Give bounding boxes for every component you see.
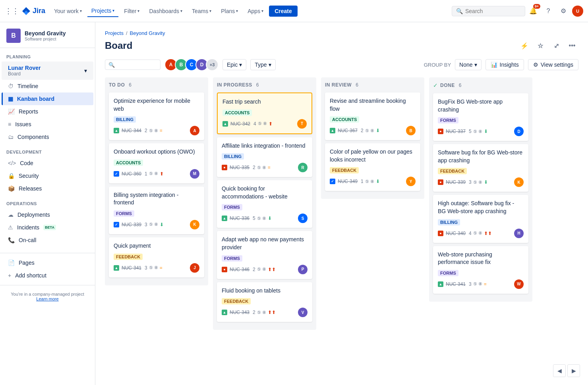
sidebar-item-issues[interactable]: ≡ Issues <box>2 118 93 131</box>
column-title: DONE <box>440 83 455 88</box>
more-options-button[interactable]: ••• <box>566 39 578 52</box>
board-card[interactable]: High outage: Software bug fix - BG Web-s… <box>433 195 528 243</box>
board-card[interactable]: Optimize experience for mobile webBILLIN… <box>109 92 204 140</box>
reports-icon: 📈 <box>8 108 15 115</box>
nav-apps[interactable]: Apps ▾ <box>244 6 267 17</box>
card-assignee-avatar[interactable]: J <box>190 263 199 273</box>
sidebar-item-oncall[interactable]: 📞 On-call <box>2 234 93 246</box>
type-filter-button[interactable]: Type ▾ <box>250 59 275 70</box>
star-button[interactable]: ☆ <box>534 39 547 52</box>
card-assignee-avatar[interactable]: K <box>514 177 524 187</box>
card-title: Onboard workout options (OWO) <box>114 148 199 156</box>
story-points-icon: ⑤ ⑧ <box>257 165 266 170</box>
card-assignee-avatar[interactable]: B <box>406 126 416 135</box>
sidebar-item-security[interactable]: 🔒 Security <box>2 169 93 182</box>
board-card[interactable]: Fluid booking on tabletsFEEDBACK▲NUC-343… <box>217 282 312 322</box>
column-count: 6 <box>256 82 259 88</box>
search-input[interactable] <box>465 8 521 14</box>
nav-teams[interactable]: Teams ▾ <box>188 6 215 17</box>
card-assignee-avatar[interactable]: V <box>298 308 308 317</box>
board-card[interactable]: Affiliate links integration - frontendBI… <box>217 137 312 177</box>
priority-icon: ⬇ <box>376 179 380 184</box>
avatar-filter-more[interactable]: +3 <box>206 58 219 71</box>
chevron-down-icon: ▾ <box>239 62 242 68</box>
board-search[interactable]: 🔍 <box>105 60 161 70</box>
board-card[interactable]: Adapt web app no new payments providerFO… <box>217 231 312 279</box>
epic-filter-button[interactable]: Epic ▾ <box>222 59 246 70</box>
card-issue-id: NUC-340 <box>446 231 466 236</box>
board-column-done: ✓DONE6BugFix BG Web-store app crashingFO… <box>429 77 532 302</box>
sidebar-item-reports[interactable]: 📈 Reports <box>2 105 93 118</box>
board-card[interactable]: Billing system integration - frontendFOR… <box>109 187 204 234</box>
chevron-down-icon: ▾ <box>261 9 263 13</box>
view-settings-button[interactable]: ⚙ View settings <box>528 59 578 70</box>
card-label: FEEDBACK <box>438 168 467 174</box>
sidebar-item-kanban[interactable]: ▦ Kanban board <box>2 92 93 105</box>
create-button[interactable]: Create <box>269 6 298 17</box>
help-button[interactable]: ? <box>542 5 555 17</box>
prev-page-button[interactable]: ◀ <box>553 364 566 377</box>
card-assignee-avatar[interactable]: P <box>298 265 308 274</box>
board-card[interactable]: Web-store purchasing performance issue f… <box>433 246 528 294</box>
card-assignee-avatar[interactable]: K <box>190 220 199 229</box>
sidebar-item-timeline[interactable]: ⏱ Timeline <box>2 80 93 92</box>
card-title: Billing system integration - frontend <box>114 191 199 207</box>
card-label: ACCOUNTS <box>222 110 252 116</box>
card-assignee-avatar[interactable]: M <box>190 169 199 179</box>
card-meta: 3 ⑤ ⑧= <box>145 265 188 271</box>
breadcrumb-projects[interactable]: Projects <box>105 30 124 36</box>
lightning-button[interactable]: ⚡ <box>518 39 531 52</box>
nav-dashboards[interactable]: Dashboards ▾ <box>145 6 186 17</box>
nav-filter[interactable]: Filter ▾ <box>120 6 143 17</box>
grid-icon[interactable]: ⋮⋮ <box>5 7 19 15</box>
board-card[interactable]: Fast trip searchACCOUNTS▲NUC-3424 ⑤ ⑧⬆T <box>217 92 312 134</box>
card-assignee-avatar[interactable]: A <box>190 126 199 135</box>
settings-button[interactable]: ⚙ <box>557 5 570 17</box>
avatars-group: A B C D +3 <box>164 58 219 71</box>
board-card[interactable]: Quick booking for accommodations - websi… <box>217 180 312 228</box>
board-card[interactable]: Revise and streamline booking flowACCOUN… <box>325 92 420 140</box>
search-box[interactable]: 🔍 <box>452 6 525 16</box>
page-title-actions: ⚡ ☆ ⤢ ••• <box>518 39 578 52</box>
board-card[interactable]: Color of pale yellow on our pages looks … <box>325 143 420 191</box>
nav-your-work[interactable]: Your work ▾ <box>50 6 86 17</box>
footer-link[interactable]: Learn more <box>36 296 58 301</box>
sidebar-item-code[interactable]: </> Code <box>2 157 93 169</box>
card-num: 4 <box>469 231 472 236</box>
board-card[interactable]: Onboard workout options (OWO)ACCOUNTS✓NU… <box>109 143 204 183</box>
board-search-input[interactable] <box>117 62 157 68</box>
sidebar-item-incidents[interactable]: ⚠ Incidents BETA <box>2 221 93 234</box>
card-assignee-avatar[interactable]: T <box>297 119 307 129</box>
nav-plans[interactable]: Plans ▾ <box>217 6 242 17</box>
sidebar-item-releases[interactable]: 📦 Releases <box>2 182 93 195</box>
board-card[interactable]: Quick paymentFEEDBACK▲NUC-3413 ⑤ ⑧=J <box>109 237 204 277</box>
next-page-button[interactable]: ▶ <box>567 364 580 377</box>
jira-logo[interactable]: Jira <box>21 6 45 16</box>
card-assignee-avatar[interactable]: S <box>298 214 308 223</box>
lunar-rover-name: Lunar Rover <box>8 65 41 71</box>
releases-icon: 📦 <box>8 185 15 192</box>
board-card[interactable]: BugFix BG Web-store app crashingFORMS●NU… <box>433 93 528 141</box>
lunar-rover-item[interactable]: Lunar Rover Board ▾ <box>2 62 93 80</box>
card-assignee-avatar[interactable]: R <box>298 163 308 172</box>
group-by-select[interactable]: None ▾ <box>455 59 481 70</box>
story-points-icon: ⑤ ⑧ <box>258 121 267 126</box>
insights-button[interactable]: 📊 Insights <box>485 59 524 70</box>
breadcrumb-project[interactable]: Beyond Gravity <box>130 30 165 36</box>
board-card[interactable]: Software bug fix for BG Web-store app cr… <box>433 144 528 192</box>
priority-icon: ⬇ <box>268 216 272 221</box>
expand-button[interactable]: ⤢ <box>550 39 563 52</box>
card-assignee-avatar[interactable]: D <box>514 127 524 136</box>
card-assignee-avatar[interactable]: H <box>514 229 524 238</box>
card-assignee-avatar[interactable]: W <box>514 279 524 289</box>
notifications-button[interactable]: 🔔 9+ <box>527 5 540 17</box>
nav-projects[interactable]: Projects ▾ <box>87 5 119 17</box>
sidebar-item-deployments[interactable]: ☁ Deployments <box>2 208 93 221</box>
card-meta: 4 ⑤ ⑧⬆⬆ <box>469 231 512 236</box>
sidebar-item-pages[interactable]: 📄 Pages <box>2 256 93 269</box>
sidebar-item-add-shortcut[interactable]: + Add shortcut <box>2 269 93 282</box>
user-avatar[interactable]: U <box>572 6 583 17</box>
card-assignee-avatar[interactable]: Y <box>406 177 416 186</box>
sidebar-item-components[interactable]: 🗂 Components <box>2 131 93 143</box>
card-title: Web-store purchasing performance issue f… <box>438 251 524 266</box>
